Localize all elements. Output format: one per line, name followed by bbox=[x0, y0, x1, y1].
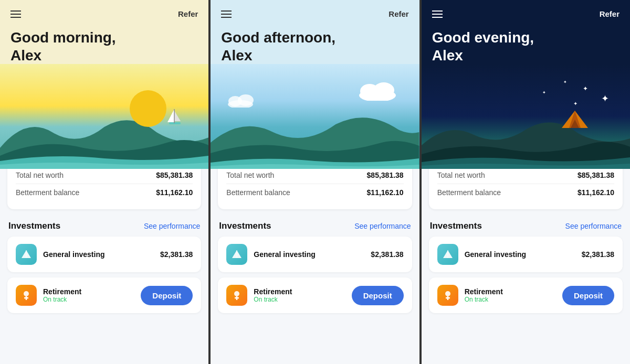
menu-line-2 bbox=[10, 14, 21, 15]
panel-afternoon: Refer Good afternoon,Alex bbox=[211, 0, 421, 364]
svg-point-6 bbox=[24, 291, 29, 296]
content-area: Total net worth $85,381.38 Betterment ba… bbox=[422, 169, 630, 364]
svg-point-17 bbox=[234, 291, 239, 296]
deposit-button[interactable]: Deposit bbox=[562, 286, 614, 305]
greeting-text: Good morning,Alex bbox=[0, 24, 208, 64]
investment-left: Retirement On track bbox=[16, 285, 81, 306]
menu-line-2 bbox=[432, 14, 443, 15]
svg-point-25 bbox=[445, 291, 450, 296]
investment-item-general: General investing $2,381.38 bbox=[218, 237, 412, 272]
svg-point-11 bbox=[373, 82, 394, 98]
balance-card: Total net worth $85,381.38 Betterment ba… bbox=[429, 169, 623, 209]
menu-line-3 bbox=[221, 17, 232, 18]
investment-icon bbox=[16, 244, 37, 265]
refer-button[interactable]: Refer bbox=[388, 9, 408, 18]
balance-value: $85,381.38 bbox=[156, 171, 193, 179]
content-area: Total net worth $85,381.38 Betterment ba… bbox=[211, 169, 419, 364]
hills-area bbox=[211, 106, 419, 169]
refer-button[interactable]: Refer bbox=[178, 9, 198, 18]
investment-name: Retirement bbox=[254, 287, 292, 296]
investment-icon bbox=[226, 244, 247, 265]
investment-sub: On track bbox=[254, 296, 292, 303]
balance-label: Total net worth bbox=[16, 171, 64, 179]
balance-label: Total net worth bbox=[437, 171, 485, 179]
cloud-illustration bbox=[356, 80, 398, 103]
balance-row: Betterment balance $11,162.10 bbox=[16, 184, 193, 201]
stars-illustration: ✦ bbox=[601, 93, 609, 104]
deposit-button[interactable]: Deposit bbox=[141, 286, 193, 305]
investments-header: Investments See performance bbox=[7, 221, 201, 231]
panel-morning: Refer Good morning,Alex bbox=[0, 0, 211, 364]
balance-value: $11,162.10 bbox=[367, 188, 404, 197]
investment-name: General investing bbox=[43, 250, 104, 259]
star5-illustration: ✦ bbox=[542, 90, 546, 95]
illustration-area bbox=[211, 64, 419, 169]
investment-item-general: General investing $2,381.38 bbox=[7, 237, 201, 272]
header: Refer bbox=[0, 0, 208, 24]
investment-sub: On track bbox=[43, 296, 81, 303]
content-area: Total net worth $85,381.38 Betterment ba… bbox=[0, 169, 208, 364]
sailboat-illustration bbox=[166, 106, 182, 130]
investment-left: General investing bbox=[437, 244, 526, 265]
balance-value: $11,162.10 bbox=[156, 188, 193, 197]
greeting-text: Good evening,Alex bbox=[422, 24, 630, 64]
star2-illustration: ✦ bbox=[583, 85, 588, 92]
investment-item-retirement: Retirement On track Deposit bbox=[218, 277, 412, 313]
svg-rect-2 bbox=[169, 122, 181, 124]
investments-section: Investments See performance General inve… bbox=[7, 221, 201, 313]
illustration-area: ✦ ✦ ✦ ✦ ✦ bbox=[422, 64, 630, 169]
menu-button[interactable] bbox=[10, 10, 21, 18]
svg-marker-0 bbox=[167, 109, 174, 122]
investment-amount: $2,381.38 bbox=[160, 250, 193, 259]
investments-title: Investments bbox=[219, 221, 271, 231]
investments-section: Investments See performance General inve… bbox=[429, 221, 623, 313]
balance-row: Total net worth $85,381.38 bbox=[16, 169, 193, 184]
balance-label: Betterment balance bbox=[437, 188, 501, 197]
header: Refer bbox=[422, 0, 630, 24]
investment-icon bbox=[437, 244, 458, 265]
header: Refer bbox=[211, 0, 419, 24]
menu-line-1 bbox=[432, 10, 443, 12]
balance-row: Total net worth $85,381.38 bbox=[226, 169, 403, 184]
investment-left: General investing bbox=[226, 244, 315, 265]
balance-label: Betterment balance bbox=[226, 188, 290, 197]
deposit-button[interactable]: Deposit bbox=[352, 286, 404, 305]
menu-button[interactable] bbox=[221, 10, 232, 18]
investment-left: General investing bbox=[16, 244, 104, 265]
investment-sub: On track bbox=[465, 296, 503, 303]
investment-item-retirement: Retirement On track Deposit bbox=[7, 277, 201, 313]
investments-header: Investments See performance bbox=[429, 221, 623, 231]
investment-left: Retirement On track bbox=[226, 285, 292, 306]
hills-area bbox=[422, 106, 630, 169]
see-performance-link[interactable]: See performance bbox=[144, 222, 200, 230]
refer-button[interactable]: Refer bbox=[600, 9, 620, 18]
star4-illustration: ✦ bbox=[563, 80, 567, 84]
star3-illustration: ✦ bbox=[573, 101, 578, 106]
investment-amount: $2,381.38 bbox=[371, 250, 403, 259]
panel-evening: Refer Good evening,Alex ✦ ✦ ✦ ✦ ✦ bbox=[422, 0, 630, 364]
investment-info: Retirement On track bbox=[254, 287, 292, 303]
cloud2-illustration bbox=[226, 93, 255, 110]
investment-icon bbox=[437, 285, 458, 306]
see-performance-link[interactable]: See performance bbox=[565, 222, 622, 230]
balance-card: Total net worth $85,381.38 Betterment ba… bbox=[7, 169, 201, 209]
svg-point-14 bbox=[238, 94, 254, 106]
investment-info: Retirement On track bbox=[465, 287, 503, 303]
investments-title: Investments bbox=[8, 221, 60, 231]
balance-row: Total net worth $85,381.38 bbox=[437, 169, 614, 184]
investment-name: Retirement bbox=[43, 287, 81, 296]
menu-button[interactable] bbox=[432, 10, 443, 18]
investment-item-retirement: Retirement On track Deposit bbox=[429, 277, 623, 313]
menu-line-1 bbox=[221, 10, 232, 12]
investment-name: Retirement bbox=[465, 287, 503, 296]
investment-icon bbox=[226, 285, 247, 306]
see-performance-link[interactable]: See performance bbox=[354, 222, 411, 230]
investment-item-general: General investing $2,381.38 bbox=[429, 237, 623, 272]
balance-label: Betterment balance bbox=[16, 188, 79, 197]
tent-illustration bbox=[562, 108, 588, 131]
balance-label: Total net worth bbox=[226, 171, 274, 179]
balance-card: Total net worth $85,381.38 Betterment ba… bbox=[218, 169, 412, 209]
illustration-area bbox=[0, 64, 208, 169]
balance-row: Betterment balance $11,162.10 bbox=[226, 184, 403, 201]
investment-amount: $2,381.38 bbox=[582, 250, 614, 259]
